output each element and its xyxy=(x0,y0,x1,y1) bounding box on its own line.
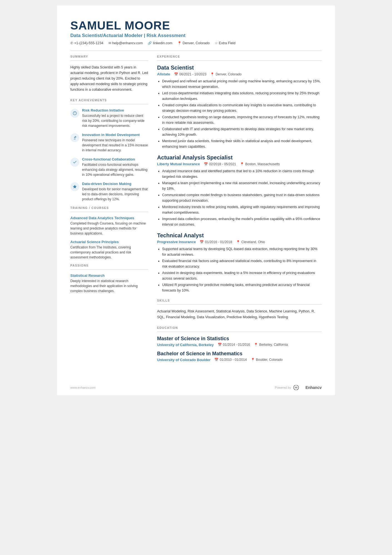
training-divider xyxy=(70,212,148,212)
job-bullets-1: Analyzed insurance data and identified p… xyxy=(157,168,322,227)
summary-label: SUMMARY xyxy=(70,55,148,58)
training-desc-0: Completed through Coursera, focusing on … xyxy=(70,221,148,236)
passion-desc-0: Deeply interested in statistical researc… xyxy=(70,278,148,293)
bullet-2-2: Assisted in designing data experiments, … xyxy=(162,270,322,281)
footer-logo: Powered by Enhancv xyxy=(275,385,322,390)
achievement-desc-3: Developed tools for senior management th… xyxy=(82,187,148,202)
job-location-2: 📍 Cleveland, Ohio xyxy=(236,240,265,244)
achievement-icon-collab xyxy=(70,158,79,167)
achievement-title-3: Data-driven Decision Making xyxy=(82,182,148,186)
job-company-2: Progressive Insurance xyxy=(157,240,196,244)
bullet-0-0: Developed and refined an actuarial prici… xyxy=(162,78,322,90)
right-column: EXPERIENCE Data Scientist Allstate 📅 06/… xyxy=(157,55,322,366)
header-divider xyxy=(70,51,322,51)
edu-date-1: 📅 01/2010 - 01/2014 xyxy=(214,358,247,362)
training-title-1: Actuarial Science Principles xyxy=(70,240,148,244)
training-desc-1: Certification from The Institutes, cover… xyxy=(70,245,148,260)
job-title-2: Technical Analyst xyxy=(157,232,322,239)
contact-email: ✉ help@enhancv.com xyxy=(108,41,143,45)
job-company-1: Liberty Mutual Insurance xyxy=(157,162,200,166)
contact-extra: ☆ Extra Field xyxy=(215,41,235,45)
achievement-icon-innovation xyxy=(70,133,79,142)
bullet-0-3: Conducted hypothesis testing on large da… xyxy=(162,114,322,125)
pin-icon-2: 📍 xyxy=(236,240,240,244)
contact-location: 📍 Denver, Colorado xyxy=(177,41,210,45)
education-divider xyxy=(157,332,322,332)
job-2: Technical Analyst Progressive Insurance … xyxy=(157,232,322,293)
achievement-icon-risk xyxy=(70,109,79,118)
email-text: help@enhancv.com xyxy=(112,41,143,45)
pin-icon-edu-1: 📍 xyxy=(251,358,255,362)
pin-icon-1: 📍 xyxy=(240,162,244,166)
location-icon: 📍 xyxy=(177,41,182,45)
header: SAMUEL MOORE Data Scientist/Actuarial Mo… xyxy=(70,19,322,45)
phone-icon: ✆ xyxy=(70,41,73,45)
achievement-desc-0: Successfully led a project to reduce cli… xyxy=(82,113,148,128)
svg-marker-1 xyxy=(73,185,76,188)
phone-text: +1-(234)-555-1234 xyxy=(74,41,103,45)
edu-meta-1: University of Colorado Boulder 📅 01/2010… xyxy=(157,358,322,362)
summary-text: Highly skilled Data Scientist with 5 yea… xyxy=(70,65,148,92)
left-column: SUMMARY Highly skilled Data Scientist wi… xyxy=(70,55,148,366)
edu-degree-1: Bachelor of Science in Mathematics xyxy=(157,351,322,357)
bullet-1-1: Managed a team project implementing a ne… xyxy=(162,180,322,191)
achievement-item-0: Risk Reduction Initiative Successfully l… xyxy=(70,108,148,128)
edu-meta-0: University of California, Berkeley 📅 01/… xyxy=(157,343,322,347)
contact-phone: ✆ +1-(234)-555-1234 xyxy=(70,41,103,45)
bullet-0-5: Mentored junior data scientists, fosteri… xyxy=(162,138,322,149)
achievement-title-1: Innovation in Model Development xyxy=(82,133,148,137)
edu-location-0: 📍 Berkeley, California xyxy=(254,343,288,347)
bullet-2-1: Evaluated financial risk factors using a… xyxy=(162,258,322,269)
edu-item-1: Bachelor of Science in Mathematics Unive… xyxy=(157,351,322,362)
footer-website: www.enhancv.com xyxy=(70,386,96,389)
edu-item-0: Master of Science in Statistics Universi… xyxy=(157,336,322,347)
job-bullets-2: Supported actuarial teams by developing … xyxy=(157,246,322,293)
achievement-title-0: Risk Reduction Initiative xyxy=(82,108,148,112)
education-label: EDUCATION xyxy=(157,326,322,329)
job-location-1: 📍 Boston, Massachusetts xyxy=(240,162,280,166)
powered-by-text: Powered by xyxy=(275,386,291,389)
main-layout: SUMMARY Highly skilled Data Scientist wi… xyxy=(70,55,322,366)
bullet-1-4: Improved data collection processes, enha… xyxy=(162,216,322,227)
training-label: TRAINING / COURSES xyxy=(70,206,148,209)
bullet-0-1: Led cross-departmental initiatives integ… xyxy=(162,90,322,102)
job-company-0: Allstate xyxy=(157,72,170,76)
enhancv-logo-icon xyxy=(293,385,303,390)
contact-linkedin: 🔗 linkedin.com xyxy=(148,41,172,45)
achievement-desc-1: Pioneered new techniques in model develo… xyxy=(82,138,148,153)
experience-label: EXPERIENCE xyxy=(157,55,322,58)
resume-page: SAMUEL MOORE Data Scientist/Actuarial Mo… xyxy=(57,6,335,395)
training-title-0: Advanced Data Analytics Techniques xyxy=(70,216,148,220)
job-title-0: Data Scientist xyxy=(157,65,322,71)
cal-icon-edu-0: 📅 xyxy=(218,343,222,347)
check-icon xyxy=(73,160,77,164)
candidate-name: SAMUEL MOORE xyxy=(70,19,322,32)
skills-label: SKILLS xyxy=(157,299,322,302)
job-date-0: 📅 06/2021 - 10/2023 xyxy=(174,72,206,76)
bullet-0-4: Collaborated with IT and underwriting de… xyxy=(162,126,322,137)
job-meta-0: Allstate 📅 06/2021 - 10/2023 📍 Denver, C… xyxy=(157,72,322,76)
edu-school-0: University of California, Berkeley xyxy=(157,343,214,347)
job-date-1: 📅 02/2018 - 05/2021 xyxy=(204,162,236,166)
job-0: Data Scientist Allstate 📅 06/2021 - 10/2… xyxy=(157,65,322,149)
candidate-title: Data Scientist/Actuarial Modeler | Risk … xyxy=(70,33,322,38)
linkedin-text: linkedin.com xyxy=(153,41,172,45)
achievement-content-1: Innovation in Model Development Pioneere… xyxy=(82,133,148,153)
job-meta-1: Liberty Mutual Insurance 📅 02/2018 - 05/… xyxy=(157,162,322,166)
edu-degree-0: Master of Science in Statistics xyxy=(157,336,322,342)
achievement-title-2: Cross-functional Collaboration xyxy=(82,157,148,161)
bullet-1-0: Analyzed insurance data and identified p… xyxy=(162,168,322,179)
bullet-1-2: Communicated complex model findings to b… xyxy=(162,192,322,203)
achievement-content-2: Cross-functional Collaboration Facilitat… xyxy=(82,157,148,177)
edu-location-1: 📍 Boulder, Colorado xyxy=(251,358,283,362)
edu-date-0: 📅 01/2014 - 01/2016 xyxy=(218,343,250,347)
achievement-item-1: Innovation in Model Development Pioneere… xyxy=(70,133,148,153)
linkedin-icon: 🔗 xyxy=(148,41,152,45)
passions-divider xyxy=(70,269,148,270)
passions-label: PASSIONS xyxy=(70,264,148,267)
training-item-0: Advanced Data Analytics Techniques Compl… xyxy=(70,216,148,236)
cal-icon-edu-1: 📅 xyxy=(214,358,219,362)
achievement-desc-2: Facilitated cross-functional workshops e… xyxy=(82,162,148,177)
achievement-content-3: Data-driven Decision Making Developed to… xyxy=(82,182,148,202)
job-location-0: 📍 Denver, Colorado xyxy=(210,72,241,76)
